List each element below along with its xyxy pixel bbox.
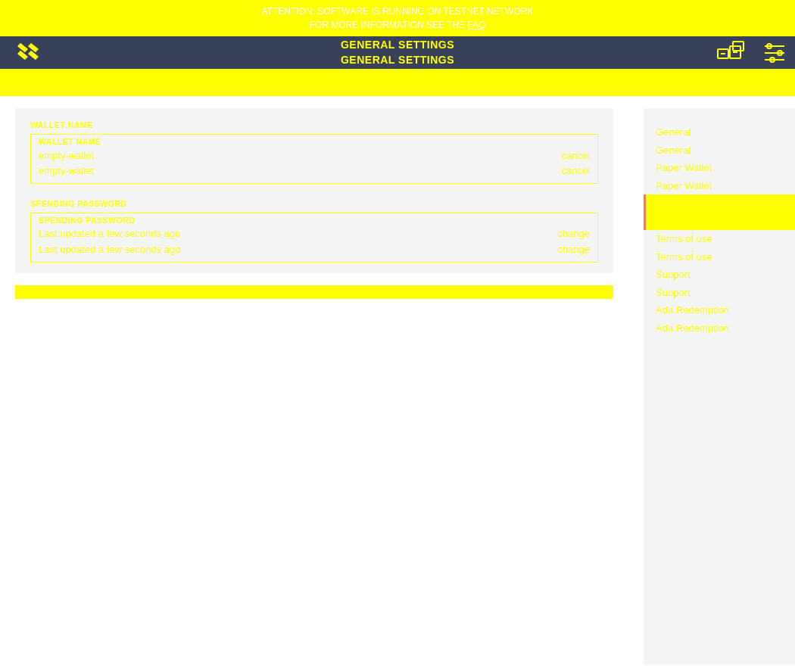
spending-password-label: SPENDING PASSWORD <box>30 198 598 210</box>
spending-password-value-dup: Last updated a few seconds ago <box>39 242 180 257</box>
bottom-yellow-block <box>15 285 613 299</box>
faq-link[interactable]: FAQ <box>467 20 485 30</box>
sidebar-item-paper-wallet[interactable]: Paper Wallet <box>644 177 795 195</box>
yellow-strip <box>0 69 795 96</box>
spending-password-box: SPENDING PASSWORD Last updated a few sec… <box>30 213 598 263</box>
sidebar: GeneralGeneralPaper WalletPaper WalletWa… <box>644 108 795 664</box>
banner-line2: FOR MORE INFORMATION SEE THE FAQ <box>0 18 795 32</box>
spending-password-group: SPENDING PASSWORD SPENDING PASSWORD Last… <box>30 198 598 263</box>
nav-title: GENERAL SETTINGS GENERAL SETTINGS <box>341 38 454 67</box>
sidebar-item-terms-of-use[interactable]: Terms of use <box>644 248 795 266</box>
menu-icon[interactable] <box>15 39 42 67</box>
spending-password-change-dup[interactable]: change <box>557 242 590 257</box>
main-column: WALLET NAME WALLET NAME empty-wallet can… <box>0 96 628 664</box>
sidebar-item-ada-redemption[interactable]: Ada Redemption <box>644 319 795 338</box>
sidebar-item-support[interactable]: Support <box>644 284 795 302</box>
settings-panel: WALLET NAME WALLET NAME empty-wallet can… <box>15 108 613 273</box>
testnet-banner: ATTENTION: SOFTWARE IS RUNNING ON TESTNE… <box>0 0 795 36</box>
wallet-name-value-dup: empty-wallet <box>39 163 94 179</box>
sidebar-item-general[interactable]: General <box>644 123 795 142</box>
sidebar-item-ada-redemption[interactable]: Ada Redemption <box>644 301 795 319</box>
sidebar-item-wallet[interactable]: Wallet <box>644 213 795 231</box>
wallet-name-cancel[interactable]: cancel <box>561 148 590 163</box>
nav-bar: GENERAL SETTINGS GENERAL SETTINGS <box>0 36 795 69</box>
wallet-name-group: WALLET NAME WALLET NAME empty-wallet can… <box>30 119 598 184</box>
nav-icons <box>716 40 787 66</box>
sliders-icon[interactable] <box>762 40 787 66</box>
wallet-name-box-label: WALLET NAME <box>39 136 590 148</box>
sidebar-item-general[interactable]: General <box>644 142 795 160</box>
banner-line1: ATTENTION: SOFTWARE IS RUNNING ON TESTNE… <box>0 5 795 18</box>
sidebar-item-wallet[interactable]: Wallet <box>644 194 795 213</box>
spending-password-box-label: SPENDING PASSWORD <box>39 215 590 227</box>
sidebar-item-support[interactable]: Support <box>644 266 795 284</box>
spending-password-value: Last updated a few seconds ago <box>39 226 180 241</box>
wallet-name-box: WALLET NAME empty-wallet cancel empty-wa… <box>30 134 598 184</box>
wallet-name-label: WALLET NAME <box>30 119 598 132</box>
wallet-name-value: empty-wallet <box>39 148 94 163</box>
content: WALLET NAME WALLET NAME empty-wallet can… <box>0 96 795 664</box>
sidebar-item-paper-wallet[interactable]: Paper Wallet <box>644 159 795 177</box>
wallet-name-cancel-dup[interactable]: cancel <box>561 163 590 179</box>
sidebar-list: GeneralGeneralPaper WalletPaper WalletWa… <box>644 123 795 337</box>
sidebar-item-terms-of-use[interactable]: Terms of use <box>644 230 795 248</box>
screens-icon[interactable] <box>716 40 747 66</box>
spending-password-change[interactable]: change <box>557 226 590 241</box>
